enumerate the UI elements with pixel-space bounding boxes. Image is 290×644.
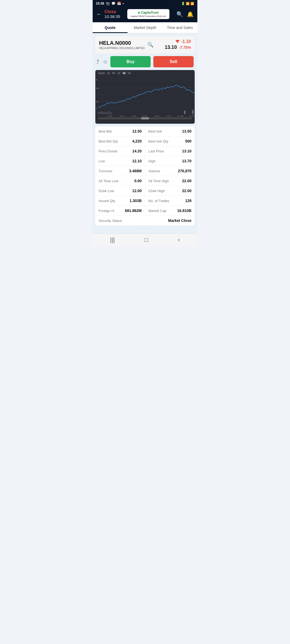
bell-icon[interactable]: 🔔 bbox=[187, 11, 194, 17]
svg-text:11:50: 11:50 bbox=[107, 115, 112, 117]
tab-time-and-sales[interactable]: Time and Sales bbox=[162, 22, 197, 33]
svg-text:13:00: 13:00 bbox=[142, 115, 147, 117]
camera-icon: 📷 bbox=[106, 2, 110, 5]
market-cap-label: Market Cap bbox=[148, 209, 166, 213]
stats-row-prev-closed: Prev.Closed 14.20 Last Price 13.10 bbox=[95, 146, 195, 156]
stats-cell-all-time-high: All Time High 22.00 bbox=[145, 176, 195, 186]
52wk-high-label: 52wk High bbox=[148, 189, 165, 193]
header-close: Close 10:38:35 bbox=[104, 9, 120, 19]
prev-closed-value: 14.20 bbox=[132, 149, 142, 153]
stats-row-52wk: 52wk Low 12.00 52wk High 22.00 bbox=[95, 186, 195, 196]
sell-button[interactable]: Sell bbox=[153, 56, 194, 67]
stats-cell-volume: Volume 276,870 bbox=[145, 166, 195, 176]
stock-details: HELA.N0000 HELA APPAREL HOLDINGS LIMITED bbox=[99, 40, 145, 50]
stats-cell-market-cap: Market Cap 16.810B bbox=[145, 206, 195, 215]
back-nav-icon[interactable]: ‹ bbox=[178, 236, 180, 243]
stats-row-bid-qty: Best Bid Qty 4,220 Best Ask Qty 500 bbox=[95, 136, 195, 146]
stock-pct: -7.75% bbox=[179, 45, 191, 50]
battery-icon: 🔋 bbox=[181, 2, 185, 5]
stats-cell-foreign: Foreign H. 681.862M bbox=[95, 206, 145, 215]
chart-svg: 6 5.6 5.5 4 11:50 12:10 12:40 13:00 13:4… bbox=[95, 76, 195, 117]
tab-market-depth[interactable]: Market Depth bbox=[128, 22, 162, 33]
period-5d[interactable]: 5d bbox=[128, 72, 131, 75]
issued-qty-value: 1.303B bbox=[129, 199, 142, 203]
status-time: 10:38 bbox=[96, 2, 104, 5]
stock-search-icon[interactable]: 🔍 bbox=[147, 42, 153, 48]
wifi-icon: 📶 bbox=[190, 2, 194, 5]
svg-text:12:10: 12:10 bbox=[119, 115, 124, 117]
52wk-high-value: 22.00 bbox=[182, 189, 191, 193]
svg-text:5.5: 5.5 bbox=[96, 101, 99, 103]
chart-container: Zoom 1h 5h 1d 3d 5d 6 5.6 5.5 4 bbox=[95, 70, 195, 124]
svg-rect-15 bbox=[110, 112, 112, 114]
all-time-low-value: 0.00 bbox=[134, 179, 142, 183]
market-cap-value: 16.810B bbox=[177, 208, 191, 213]
stats-cell-low: Low 12.10 bbox=[95, 156, 145, 166]
stats-row-best-bid: Best Bid 12.50 Best Ask 13.50 bbox=[95, 126, 195, 136]
status-right: 🔋 📶 📶 bbox=[181, 2, 194, 5]
chart-scrollbar-thumb[interactable] bbox=[141, 117, 149, 119]
stock-symbol: HELA.N0000 bbox=[99, 40, 145, 46]
stock-price-block: -1.10 13.10 -7.75% bbox=[165, 39, 191, 50]
high-label: High bbox=[148, 159, 156, 163]
svg-text:31. Mar: 31. Mar bbox=[177, 115, 184, 117]
chat-icon: 💬 bbox=[111, 2, 115, 5]
share-icon[interactable]: ⤴ bbox=[96, 59, 99, 65]
back-button[interactable]: ← bbox=[96, 11, 102, 17]
tab-quote[interactable]: Quote bbox=[93, 22, 128, 33]
svg-text:12:20: 12:20 bbox=[189, 115, 194, 117]
search-icon[interactable]: 🔍 bbox=[176, 11, 183, 17]
stock-card: HELA.N0000 HELA APPAREL HOLDINGS LIMITED… bbox=[95, 36, 195, 53]
period-1h[interactable]: 1h bbox=[107, 72, 110, 75]
stats-row-low: Low 12.10 High 13.70 bbox=[95, 156, 195, 166]
svg-rect-10 bbox=[100, 111, 102, 114]
period-3d[interactable]: 3d bbox=[122, 72, 126, 75]
foreign-value: 681.862M bbox=[125, 208, 142, 213]
stats-cell-all-time-low: All Time Low 0.00 bbox=[95, 176, 145, 186]
svg-rect-14 bbox=[108, 111, 110, 114]
stats-cell-turnover: Turnover 3.468M bbox=[95, 166, 145, 176]
stats-cell-bid-qty: Best Bid Qty 4,220 bbox=[95, 136, 145, 146]
logo-sub: Capital TRUST Securities (Pvt) Ltd. bbox=[130, 15, 166, 18]
price-change: -1.10 bbox=[165, 39, 191, 44]
header-right: 🔍 🔔 bbox=[176, 11, 194, 17]
stats-cell-high: High 13.70 bbox=[145, 156, 195, 166]
scroll-hint: · · · · · · bbox=[95, 225, 195, 231]
issued-qty-label: Issued Qty bbox=[99, 199, 115, 203]
svg-rect-11 bbox=[102, 112, 104, 114]
stats-cell-no-trades: No. of Trades 129 bbox=[145, 196, 195, 206]
all-time-high-label: All Time High bbox=[148, 179, 169, 183]
volume-value: 276,870 bbox=[178, 169, 191, 173]
recent-apps-icon[interactable]: ||| bbox=[110, 236, 115, 243]
best-ask-label: Best Ask bbox=[148, 129, 162, 133]
stats-table: Best Bid 12.50 Best Ask 13.50 Best Bid Q… bbox=[95, 126, 195, 225]
logo-main: ■ CapitaTrust bbox=[130, 10, 166, 15]
buy-button[interactable]: Buy bbox=[110, 56, 151, 67]
stats-cell-prev-closed: Prev.Closed 14.20 bbox=[95, 146, 145, 156]
stock-name: HELA APPAREL HOLDINGS LIMITED bbox=[99, 47, 145, 50]
high-value: 13.70 bbox=[182, 159, 191, 163]
status-left: 10:38 📷 💬 📅 • bbox=[96, 2, 124, 5]
price-change-value: -1.10 bbox=[181, 39, 191, 44]
svg-text:14:10: 14:10 bbox=[166, 115, 171, 117]
last-price-label: Last Price bbox=[148, 149, 164, 153]
low-value: 12.10 bbox=[132, 159, 142, 163]
home-icon[interactable]: □ bbox=[144, 236, 148, 243]
star-icon[interactable]: ☆ bbox=[103, 58, 108, 65]
volume-label: Volume bbox=[148, 169, 160, 173]
calendar-icon: 📅 bbox=[117, 2, 121, 5]
action-row: ⤴ ☆ Buy Sell bbox=[95, 56, 195, 67]
security-status-value: Market Close bbox=[165, 216, 195, 225]
content-area: HELA.N0000 HELA APPAREL HOLDINGS LIMITED… bbox=[93, 33, 197, 233]
period-5h[interactable]: 5h bbox=[112, 72, 115, 75]
svg-rect-17 bbox=[192, 110, 194, 114]
chart-scrollbar[interactable] bbox=[98, 117, 192, 119]
last-price-value: 13.10 bbox=[182, 149, 191, 153]
period-1d[interactable]: 1d bbox=[117, 72, 120, 75]
no-trades-value: 129 bbox=[185, 199, 191, 203]
status-bar: 10:38 📷 💬 📅 • 🔋 📶 📶 bbox=[93, 0, 197, 7]
all-time-high-value: 22.00 bbox=[182, 179, 191, 183]
stats-row-security: Security Status Market Close bbox=[95, 216, 195, 225]
stats-cell-last-price: Last Price 13.10 bbox=[145, 146, 195, 156]
price-main-row: 13.10 -7.75% bbox=[165, 45, 191, 50]
